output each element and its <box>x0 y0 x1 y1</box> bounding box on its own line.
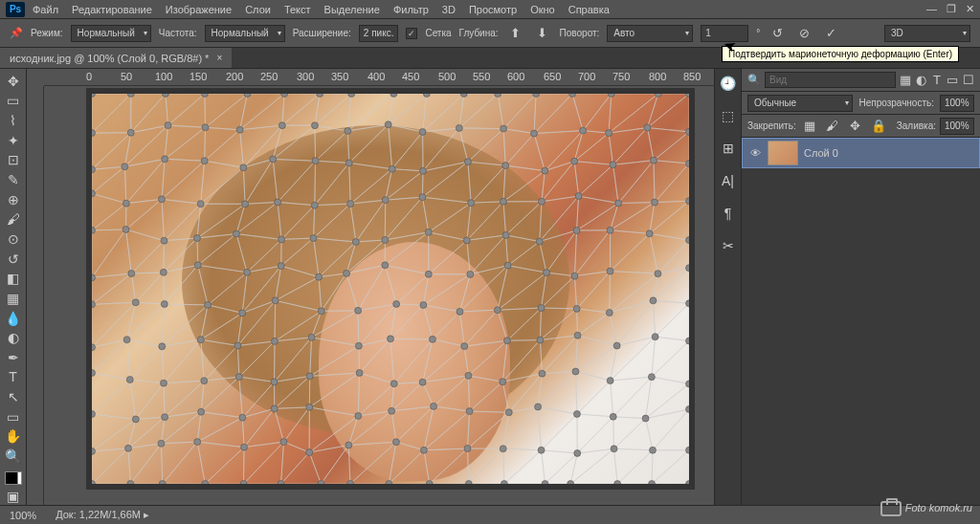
tab-title: исходник.jpg @ 100% (Слой 0, RGB/8#) * <box>10 53 209 64</box>
color-swatch[interactable] <box>5 471 22 485</box>
crop-tool[interactable]: ⊡ <box>3 152 24 169</box>
menu-layers[interactable]: Слои <box>245 4 271 15</box>
fill-field[interactable]: 100% <box>940 118 974 135</box>
window-controls: — ❐ ✕ <box>926 3 974 15</box>
quickmask-tool[interactable]: ▣ <box>3 488 24 505</box>
character-icon[interactable]: A| <box>718 170 739 191</box>
history-icon[interactable]: 🕘 <box>718 73 739 94</box>
lock-all-icon[interactable]: 🔒 <box>869 117 888 136</box>
doc-size-label: Док: <box>56 509 77 520</box>
frequency-label: Частота: <box>159 28 197 38</box>
reset-icon[interactable]: ↺ <box>768 24 787 43</box>
close-icon[interactable]: ✕ <box>966 3 974 15</box>
menu-select[interactable]: Выделение <box>324 4 380 15</box>
commit-icon[interactable]: ✓ <box>821 24 840 43</box>
doc-size: 1,22M/1,66M <box>79 509 141 520</box>
document-tab[interactable]: исходник.jpg @ 100% (Слой 0, RGB/8#) * × <box>0 48 232 68</box>
filter-smart-icon[interactable]: ☐ <box>963 71 974 90</box>
layer-row[interactable]: 👁 Слой 0 <box>742 138 980 168</box>
lasso-tool[interactable]: ⌇ <box>3 112 24 129</box>
layer-thumbnail[interactable] <box>768 141 798 165</box>
zoom-tool[interactable]: 🔍 <box>3 448 24 465</box>
lock-transparency-icon[interactable]: ▦ <box>800 117 819 136</box>
app-logo: Ps <box>6 2 25 17</box>
blend-mode-dropdown[interactable]: Обычные <box>747 95 853 112</box>
ruler-horizontal: 050 100150 200250 300350 400450 500550 6… <box>44 69 714 86</box>
canvas[interactable] <box>86 88 695 490</box>
measure-icon[interactable]: ✂ <box>718 235 739 256</box>
paragraph-icon[interactable]: ¶ <box>718 203 739 224</box>
filter-pixel-icon[interactable]: ▦ <box>900 71 911 90</box>
menu-3d[interactable]: 3D <box>442 4 456 15</box>
pen-tool[interactable]: ✒ <box>3 349 24 366</box>
expansion-field[interactable]: 2 пикс. <box>359 25 399 42</box>
toolbar: ✥ ▭ ⌇ ✦ ⊡ ✎ ⊕ 🖌 ⊙ ↺ ◧ ▦ 💧 ◐ ✒ T ↖ ▭ ✋ 🔍 … <box>0 69 27 505</box>
type-tool[interactable]: T <box>3 369 24 386</box>
image-content <box>92 94 689 484</box>
menu-image[interactable]: Изображение <box>166 4 232 15</box>
opacity-field[interactable]: 100% <box>940 95 974 112</box>
maximize-icon[interactable]: ❐ <box>947 3 956 15</box>
layers-list: 👁 Слой 0 <box>742 138 980 505</box>
layers-panel: 🔍 ▦ ◐ T ▭ ☐ Обычные Непрозрачность: 100%… <box>741 69 980 505</box>
camera-icon <box>880 501 902 516</box>
main-menu: Файл Редактирование Изображение Слои Тек… <box>33 4 926 15</box>
filter-type-icon[interactable]: T <box>931 71 943 90</box>
dodge-tool[interactable]: ◐ <box>3 329 24 346</box>
gradient-tool[interactable]: ▦ <box>3 290 24 307</box>
shape-tool[interactable]: ▭ <box>3 408 24 426</box>
properties-icon[interactable]: ⬚ <box>718 105 739 126</box>
menu-file[interactable]: Файл <box>33 4 58 15</box>
blur-tool[interactable]: 💧 <box>3 310 24 327</box>
ruler-vertical <box>27 86 44 505</box>
menu-filter[interactable]: Фильтр <box>393 4 429 15</box>
marquee-tool[interactable]: ▭ <box>3 93 24 110</box>
layer-name[interactable]: Слой 0 <box>804 147 838 159</box>
canvas-area: 050 100150 200250 300350 400450 500550 6… <box>27 69 714 505</box>
move-tool[interactable]: ✥ <box>3 73 24 90</box>
menu-help[interactable]: Справка <box>568 4 610 15</box>
mode-label: Режим: <box>31 28 63 38</box>
layer-search[interactable] <box>765 72 896 88</box>
menu-window[interactable]: Окно <box>530 4 555 15</box>
workspace: ✥ ▭ ⌇ ✦ ⊡ ✎ ⊕ 🖌 ⊙ ↺ ◧ ▦ 💧 ◐ ✒ T ↖ ▭ ✋ 🔍 … <box>0 69 980 505</box>
brush-tool[interactable]: 🖌 <box>3 210 24 228</box>
cancel-icon[interactable]: ⊘ <box>794 24 813 43</box>
watermark: Foto komok.ru <box>880 501 972 516</box>
depth-back-icon[interactable]: ⬇ <box>533 24 552 43</box>
search-icon: 🔍 <box>747 74 761 86</box>
menu-text[interactable]: Текст <box>284 4 311 15</box>
rotate-dropdown[interactable]: Авто <box>607 25 693 42</box>
menu-edit[interactable]: Редактирование <box>72 4 152 15</box>
minimize-icon[interactable]: — <box>926 3 937 15</box>
workspace-dropdown[interactable]: 3D <box>884 25 970 42</box>
lock-position-icon[interactable]: ✥ <box>846 117 865 136</box>
eraser-tool[interactable]: ◧ <box>3 270 24 287</box>
path-tool[interactable]: ↖ <box>3 388 24 405</box>
adjust-icon[interactable]: ⊞ <box>718 138 739 159</box>
frequency-dropdown[interactable]: Нормальный <box>205 25 285 42</box>
zoom-level[interactable]: 100% <box>10 510 36 521</box>
eyedropper-tool[interactable]: ✎ <box>3 171 24 188</box>
tooltip: Подтвердить марионеточную деформацию (En… <box>722 46 959 62</box>
lock-pixels-icon[interactable]: 🖌 <box>823 117 842 136</box>
pin-icon[interactable]: 📌 <box>10 27 23 39</box>
filter-shape-icon[interactable]: ▭ <box>947 71 958 90</box>
filter-adjust-icon[interactable]: ◐ <box>915 71 926 90</box>
options-bar: 📌 Режим: Нормальный Частота: Нормальный … <box>0 19 980 48</box>
history-brush-tool[interactable]: ↺ <box>3 251 24 268</box>
heal-tool[interactable]: ⊕ <box>3 191 24 208</box>
collapsed-panels: 🕘 ⬚ ⊞ A| ¶ ✂ <box>714 69 741 505</box>
mesh-checkbox[interactable]: ✓ <box>406 28 417 39</box>
stamp-tool[interactable]: ⊙ <box>3 230 24 248</box>
rotate-label: Поворот: <box>560 28 600 38</box>
menu-view[interactable]: Просмотр <box>469 4 517 15</box>
tab-close-icon[interactable]: × <box>216 53 222 63</box>
depth-label: Глубина: <box>459 28 499 38</box>
fill-label: Заливка: <box>897 120 936 131</box>
depth-forward-icon[interactable]: ⬆ <box>506 24 525 43</box>
hand-tool[interactable]: ✋ <box>3 428 24 446</box>
mode-dropdown[interactable]: Нормальный <box>71 25 151 42</box>
visibility-icon[interactable]: 👁 <box>748 147 762 159</box>
wand-tool[interactable]: ✦ <box>3 132 24 149</box>
